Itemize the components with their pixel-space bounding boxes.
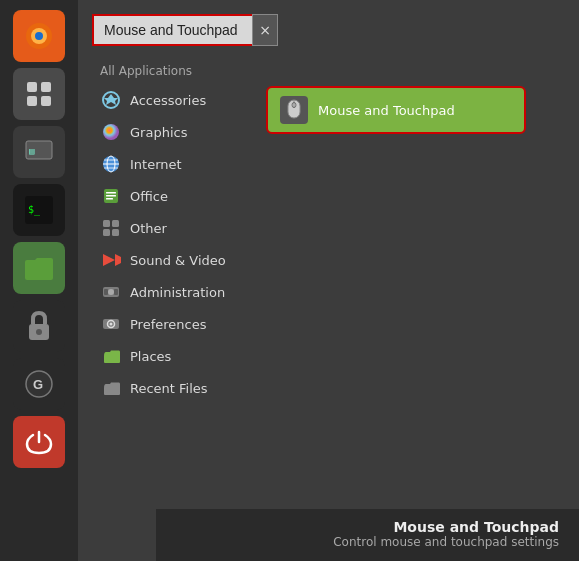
result-item-label: Mouse and Touchpad: [318, 103, 455, 118]
category-item-accessories[interactable]: Accessories: [92, 84, 262, 116]
sidebar-icon-folder[interactable]: [13, 242, 65, 294]
other-icon: [100, 217, 122, 239]
sidebar-icon-lock[interactable]: [13, 300, 65, 352]
grid-icon: [25, 80, 53, 108]
category-list: All Applications Accessories: [92, 56, 262, 561]
svg-rect-30: [103, 229, 110, 236]
svg-rect-3: [27, 82, 37, 92]
svg-point-18: [103, 124, 119, 140]
category-item-sound-video[interactable]: Sound & Video: [92, 244, 262, 276]
sidebar-icon-guake[interactable]: ▤: [13, 126, 65, 178]
svg-rect-6: [41, 96, 51, 106]
bottom-bar: Mouse and Touchpad Control mouse and tou…: [156, 509, 579, 561]
category-item-graphics[interactable]: Graphics: [92, 116, 262, 148]
sidebar-icon-terminal[interactable]: $_: [13, 184, 65, 236]
administration-icon: [100, 281, 122, 303]
search-input[interactable]: Mouse and Touchpad: [92, 14, 252, 46]
svg-text:G: G: [33, 377, 43, 392]
svg-rect-4: [41, 82, 51, 92]
svg-rect-26: [106, 195, 116, 197]
results-area: Mouse and Touchpad: [262, 56, 565, 561]
svg-rect-27: [106, 198, 113, 200]
svg-rect-25: [106, 192, 116, 194]
main-panel: Mouse and Touchpad × All Applications Ac…: [78, 0, 579, 561]
category-item-recent-files[interactable]: Recent Files: [92, 372, 262, 404]
category-header: All Applications: [92, 60, 262, 84]
firefox-icon: [23, 20, 55, 52]
folder-icon: [23, 254, 55, 282]
result-item-mouse-touchpad[interactable]: Mouse and Touchpad: [266, 86, 526, 134]
category-item-preferences[interactable]: Preferences: [92, 308, 262, 340]
svg-point-35: [108, 289, 114, 295]
svg-marker-32: [103, 254, 115, 266]
sidebar-icon-grub[interactable]: G: [13, 358, 65, 410]
content-area: All Applications Accessories: [92, 56, 565, 561]
svg-point-40: [110, 323, 113, 326]
places-icon: [100, 345, 122, 367]
accessories-icon: [100, 89, 122, 111]
terminal-icon: $_: [24, 195, 54, 225]
power-icon: [24, 427, 54, 457]
office-icon: [100, 185, 122, 207]
category-item-places[interactable]: Places: [92, 340, 262, 372]
sidebar: ▤ $_ G: [0, 0, 78, 561]
category-item-office[interactable]: Office: [92, 180, 262, 212]
svg-text:▤: ▤: [29, 146, 35, 156]
mouse-touchpad-icon: [280, 96, 308, 124]
grub-icon: G: [24, 369, 54, 399]
svg-point-12: [36, 329, 42, 335]
svg-point-2: [35, 32, 43, 40]
sidebar-icon-firefox[interactable]: [13, 10, 65, 62]
category-item-internet[interactable]: Internet: [92, 148, 262, 180]
category-item-administration[interactable]: Administration: [92, 276, 262, 308]
bottom-description: Control mouse and touchpad settings: [176, 535, 559, 549]
category-item-other[interactable]: Other: [92, 212, 262, 244]
svg-marker-33: [115, 254, 121, 266]
svg-marker-17: [104, 94, 118, 105]
sidebar-icon-grid[interactable]: [13, 68, 65, 120]
svg-text:$_: $_: [28, 204, 41, 216]
graphics-icon: [100, 121, 122, 143]
svg-rect-31: [112, 229, 119, 236]
svg-rect-5: [27, 96, 37, 106]
internet-icon: [100, 153, 122, 175]
search-clear-button[interactable]: ×: [252, 14, 278, 46]
sound-video-icon: [100, 249, 122, 271]
recent-files-icon: [100, 377, 122, 399]
search-bar: Mouse and Touchpad ×: [92, 14, 565, 46]
lock-icon: [26, 311, 52, 341]
guake-icon: ▤: [24, 137, 54, 167]
svg-rect-29: [112, 220, 119, 227]
svg-rect-36: [104, 289, 108, 295]
sidebar-icon-power[interactable]: [13, 416, 65, 468]
bottom-title: Mouse and Touchpad: [176, 519, 559, 535]
preferences-icon: [100, 313, 122, 335]
svg-rect-37: [114, 289, 118, 295]
svg-rect-28: [103, 220, 110, 227]
